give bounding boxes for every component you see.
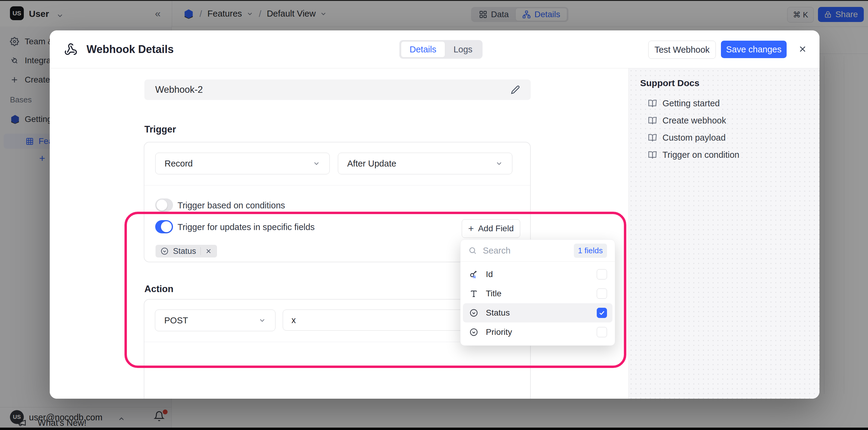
webhook-name: Webhook-2 — [155, 84, 511, 95]
tab-details[interactable]: Details — [401, 41, 445, 58]
screen: US User « / Features / Default View Data — [0, 0, 868, 430]
doc-link-label: Custom payload — [662, 133, 726, 143]
field-search-input[interactable] — [482, 245, 568, 256]
support-docs-heading: Support Docs — [640, 78, 700, 88]
single-select-icon — [468, 308, 479, 318]
trigger-event-value: Record — [164, 159, 193, 169]
edit-pencil-icon[interactable] — [511, 85, 520, 94]
action-heading: Action — [144, 284, 173, 295]
single-select-icon — [160, 247, 169, 255]
trigger-operation-value: After Update — [347, 159, 396, 169]
save-changes-button[interactable]: Save changes — [721, 41, 786, 58]
trigger-heading: Trigger — [144, 124, 176, 135]
id-key-icon: N — [468, 269, 479, 279]
field-checkbox[interactable] — [597, 289, 607, 299]
field-label: Title — [486, 289, 590, 298]
chip-label: Status — [173, 246, 196, 256]
condition-toggle[interactable] — [155, 198, 173, 212]
test-webhook-button[interactable]: Test Webhook — [648, 41, 716, 59]
check-icon — [598, 309, 606, 317]
add-field-button[interactable]: + Add Field — [462, 219, 520, 238]
modal-header: Webhook Details Details Logs Test Webhoo… — [50, 30, 819, 68]
field-row-id[interactable]: N Id — [463, 265, 613, 284]
trigger-event-select[interactable]: Record — [155, 153, 330, 174]
doc-link-label: Trigger on condition — [662, 150, 739, 160]
book-icon — [648, 133, 657, 142]
selected-fields-count: 1 fields — [574, 243, 607, 258]
search-icon — [468, 246, 477, 255]
chevron-down-icon — [258, 317, 266, 324]
modal-tab-switch: Details Logs — [399, 40, 483, 59]
book-icon — [648, 99, 657, 108]
divider — [144, 185, 530, 186]
field-search-row: 1 fields — [461, 240, 615, 262]
condition-toggle-label: Trigger based on conditions — [178, 201, 285, 210]
doc-link-create-webhook[interactable]: Create webhook — [648, 115, 726, 126]
text-field-icon — [468, 289, 479, 298]
modal-content: Webhook-2 Trigger Record — [50, 68, 628, 399]
doc-link-getting-started[interactable]: Getting started — [648, 98, 720, 108]
webhook-icon — [64, 43, 78, 56]
field-row-title[interactable]: Title — [463, 284, 613, 303]
doc-link-trigger-on-condition[interactable]: Trigger on condition — [648, 150, 739, 160]
support-docs-panel: Support Docs Getting started Create webh… — [628, 68, 819, 399]
field-label: Id — [486, 269, 590, 279]
selected-field-chip[interactable]: Status — [156, 245, 217, 258]
doc-link-label: Getting started — [662, 98, 720, 108]
tab-logs[interactable]: Logs — [445, 41, 481, 57]
field-checkbox[interactable] — [597, 308, 607, 318]
book-icon — [648, 151, 657, 160]
chevron-down-icon — [313, 160, 320, 167]
field-row-priority[interactable]: Priority — [463, 323, 613, 342]
add-field-label: Add Field — [478, 224, 514, 233]
field-checkbox[interactable] — [597, 269, 607, 279]
modal-title: Webhook Details — [87, 43, 174, 56]
book-icon — [648, 116, 657, 125]
divider — [200, 247, 201, 255]
doc-link-label: Create webhook — [662, 115, 726, 126]
field-select-dropdown: 1 fields N Id Title — [460, 239, 615, 346]
trigger-operation-select[interactable]: After Update — [338, 153, 513, 174]
webhook-details-modal: Webhook Details Details Logs Test Webhoo… — [50, 30, 819, 399]
close-icon[interactable] — [798, 44, 807, 55]
field-label: Status — [486, 308, 590, 318]
http-method-select[interactable]: POST — [155, 309, 276, 331]
http-method-value: POST — [164, 316, 188, 326]
field-checkbox[interactable] — [597, 327, 607, 337]
field-row-status[interactable]: Status — [463, 303, 613, 323]
field-label: Priority — [486, 327, 590, 337]
webhook-name-field[interactable]: Webhook-2 — [144, 79, 531, 100]
specific-fields-toggle-label: Trigger for updates in specific fields — [178, 222, 315, 232]
specific-fields-toggle[interactable] — [155, 220, 173, 233]
field-list: N Id Title Status — [461, 262, 615, 345]
single-select-icon — [468, 328, 479, 337]
modal-body: Webhook-2 Trigger Record — [50, 68, 819, 399]
chevron-down-icon — [495, 160, 503, 167]
plus-icon: + — [468, 223, 474, 234]
doc-link-custom-payload[interactable]: Custom payload — [648, 133, 726, 143]
svg-text:N: N — [473, 275, 475, 279]
remove-chip-icon[interactable] — [205, 247, 212, 255]
